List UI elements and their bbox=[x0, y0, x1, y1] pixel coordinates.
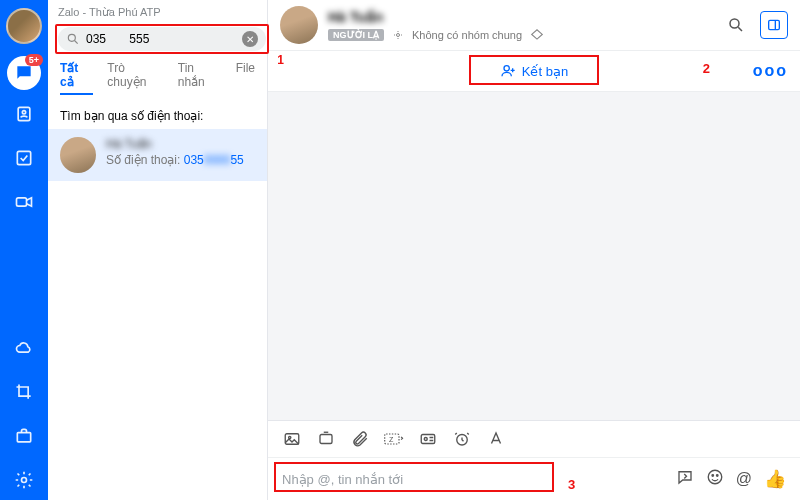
result-phone-b: 55 bbox=[230, 153, 243, 167]
tool-image[interactable] bbox=[282, 429, 302, 449]
clear-icon: ✕ bbox=[246, 34, 254, 45]
add-friend-label: Kết bạn bbox=[522, 64, 568, 79]
search-result[interactable]: Hà Tuấn Số điện thoại: 035000055 bbox=[48, 129, 267, 181]
chat-header-info: Hà Tuấn NGƯỜI LẠ Không có nhóm chung bbox=[328, 9, 544, 42]
search-icon bbox=[66, 32, 80, 46]
chat-body bbox=[268, 92, 800, 420]
result-name: Hà Tuấn bbox=[106, 137, 244, 151]
svg-text:Z: Z bbox=[389, 436, 394, 444]
gear-icon bbox=[392, 29, 404, 41]
sidebar-toggle-icon bbox=[766, 17, 782, 33]
window-title: Zalo - Thừa Phú ATP bbox=[48, 0, 267, 23]
mention-icon: @ bbox=[736, 470, 752, 487]
like-button[interactable]: 👍 bbox=[764, 468, 786, 490]
nav-chat[interactable]: 5+ bbox=[7, 56, 41, 90]
friend-bar: 2 Kết bạn ooo bbox=[268, 51, 800, 92]
result-phone-a: 035 bbox=[184, 153, 204, 167]
svg-point-19 bbox=[708, 470, 722, 484]
svg-point-20 bbox=[712, 475, 714, 477]
result-sub-prefix: Số điện thoại: bbox=[106, 153, 184, 167]
settings-icon bbox=[14, 470, 34, 490]
tab-files[interactable]: File bbox=[236, 61, 255, 95]
results-header: Tìm bạn qua số điện thoại: bbox=[48, 101, 267, 129]
emoji-icon bbox=[706, 468, 724, 486]
search-box[interactable]: 1 ✕ bbox=[58, 27, 266, 51]
search-row: 1 ✕ Đóng bbox=[48, 23, 267, 61]
tab-chats[interactable]: Trò chuyện bbox=[107, 61, 163, 95]
image-icon bbox=[283, 430, 301, 448]
tool-textsize[interactable]: Z bbox=[384, 429, 404, 449]
nav-todo[interactable] bbox=[4, 138, 44, 178]
mention-button[interactable]: @ bbox=[736, 470, 752, 488]
composer-actions: @ 👍 bbox=[676, 468, 786, 490]
annotation-number-2: 2 bbox=[703, 61, 710, 76]
search-input[interactable] bbox=[86, 32, 236, 46]
nav-cloud[interactable] bbox=[4, 328, 44, 368]
composer-toolbar: Z bbox=[268, 420, 800, 457]
result-avatar bbox=[60, 137, 96, 173]
crop-icon bbox=[14, 382, 34, 402]
search-panel: Zalo - Thừa Phú ATP 1 ✕ Đóng Tất cả Trò … bbox=[48, 0, 268, 500]
search-icon bbox=[727, 16, 745, 34]
header-search-button[interactable] bbox=[722, 11, 750, 39]
result-text: Hà Tuấn Số điện thoại: 035000055 bbox=[106, 137, 244, 173]
quick-message-button[interactable] bbox=[676, 468, 694, 490]
tool-format[interactable] bbox=[486, 429, 506, 449]
chat-title: Hà Tuấn bbox=[328, 9, 544, 25]
add-user-icon bbox=[500, 63, 516, 79]
tool-alarm[interactable] bbox=[452, 429, 472, 449]
unread-badge: 5+ bbox=[25, 54, 43, 66]
result-phone-blur: 0000 bbox=[204, 153, 231, 167]
svg-point-21 bbox=[716, 475, 718, 477]
chat-icon bbox=[14, 63, 34, 83]
svg-rect-2 bbox=[17, 151, 30, 164]
briefcase-icon bbox=[14, 426, 34, 446]
svg-point-10 bbox=[504, 66, 509, 71]
quick-message-icon bbox=[676, 468, 694, 486]
svg-point-6 bbox=[68, 34, 75, 41]
chat-avatar[interactable] bbox=[280, 6, 318, 44]
nav-briefcase[interactable] bbox=[4, 416, 44, 456]
svg-rect-16 bbox=[421, 435, 435, 444]
text-size-icon: Z bbox=[384, 430, 404, 448]
svg-point-17 bbox=[424, 438, 427, 441]
nav-contacts[interactable] bbox=[4, 94, 44, 134]
tool-namecard[interactable] bbox=[418, 429, 438, 449]
no-common-groups-label: Không có nhóm chung bbox=[412, 29, 522, 41]
format-icon bbox=[487, 430, 505, 448]
nav-video[interactable] bbox=[4, 182, 44, 222]
svg-rect-3 bbox=[17, 198, 27, 206]
nav-rail: 5+ bbox=[0, 0, 48, 500]
svg-point-8 bbox=[730, 19, 739, 28]
tag-icon[interactable] bbox=[530, 28, 544, 42]
tool-screenshot[interactable] bbox=[316, 429, 336, 449]
result-subtitle: Số điện thoại: 035000055 bbox=[106, 153, 244, 167]
clear-search-button[interactable]: ✕ bbox=[242, 31, 258, 47]
tab-all[interactable]: Tất cả bbox=[60, 61, 93, 95]
svg-point-5 bbox=[22, 478, 27, 483]
screenshot-icon bbox=[317, 430, 335, 448]
search-tabs: Tất cả Trò chuyện Tin nhắn File bbox=[48, 61, 267, 101]
tab-messages[interactable]: Tin nhắn bbox=[178, 61, 222, 95]
nav-crop[interactable] bbox=[4, 372, 44, 412]
svg-rect-9 bbox=[769, 20, 780, 29]
annotation-number-3: 3 bbox=[568, 477, 575, 492]
contacts-icon bbox=[14, 104, 34, 124]
video-icon bbox=[14, 192, 34, 212]
chat-header-actions bbox=[722, 11, 788, 39]
alarm-icon bbox=[453, 430, 471, 448]
stranger-badge: NGƯỜI LẠ bbox=[328, 29, 384, 41]
nav-settings[interactable] bbox=[4, 460, 44, 500]
toggle-sidebar-button[interactable] bbox=[760, 11, 788, 39]
svg-point-7 bbox=[397, 33, 400, 36]
todo-icon bbox=[14, 148, 34, 168]
add-friend-button[interactable]: Kết bạn bbox=[490, 61, 578, 81]
more-button[interactable]: ooo bbox=[753, 62, 788, 80]
message-input[interactable] bbox=[282, 472, 666, 487]
chat-area: Hà Tuấn NGƯỜI LẠ Không có nhóm chung 2 K… bbox=[268, 0, 800, 500]
chat-header: Hà Tuấn NGƯỜI LẠ Không có nhóm chung bbox=[268, 0, 800, 51]
user-avatar[interactable] bbox=[6, 8, 42, 44]
emoji-button[interactable] bbox=[706, 468, 724, 490]
tool-attach[interactable] bbox=[350, 429, 370, 449]
svg-point-1 bbox=[22, 111, 25, 114]
